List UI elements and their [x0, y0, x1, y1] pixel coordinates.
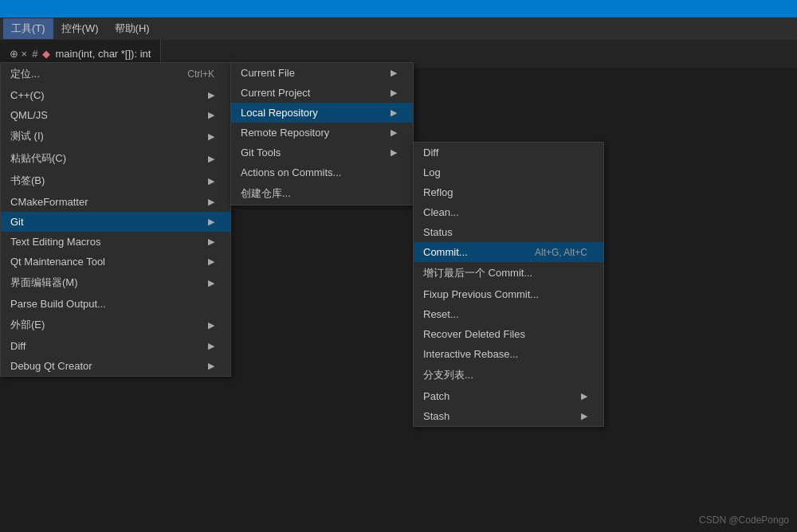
- menu-status-item[interactable]: Status: [414, 222, 603, 242]
- menu-parse-build[interactable]: Parse Build Output...: [1, 294, 230, 314]
- menu-ui-editor[interactable]: 界面编辑器(M) ▶: [1, 272, 230, 294]
- menu-git-tools[interactable]: Git Tools ▶: [231, 143, 413, 162]
- menu-controls[interactable]: 控件(W): [53, 18, 107, 39]
- menu-external[interactable]: 外部(E) ▶: [1, 314, 230, 336]
- menu-create-repo[interactable]: 创建仓库...: [231, 182, 413, 205]
- menu-amend-commit[interactable]: 增订最后一个 Commit...: [414, 262, 603, 284]
- menu-diff-item[interactable]: Diff: [414, 143, 603, 162]
- tab-icon: ◆: [42, 48, 50, 60]
- menu-local-repo-dropdown: Diff Log Reflog Clean... Status Commit..…: [413, 142, 604, 427]
- menu-actions-on-commits[interactable]: Actions on Commits...: [231, 162, 413, 182]
- menu-test[interactable]: 测试 (I) ▶: [1, 125, 230, 147]
- menu-qt-maintenance[interactable]: Qt Maintenance Tool ▶: [1, 252, 230, 272]
- top-bar: [0, 0, 797, 18]
- menu-tools-dropdown: 定位... Ctrl+K C++(C) ▶ QML/JS ▶ 测试 (I) ▶ …: [0, 62, 231, 377]
- menu-branch-list[interactable]: 分支列表...: [414, 364, 603, 386]
- menu-paste-code[interactable]: 粘贴代码(C) ▶: [1, 147, 230, 170]
- menu-interactive-rebase[interactable]: Interactive Rebase...: [414, 344, 603, 364]
- menu-commit-item[interactable]: Commit... Alt+G, Alt+C: [414, 242, 603, 262]
- menu-cmakeformatter[interactable]: CMakeFormatter ▶: [1, 192, 230, 212]
- menu-remote-repo[interactable]: Remote Repository ▶: [231, 123, 413, 143]
- menu-diff[interactable]: Diff ▶: [1, 336, 230, 356]
- menu-text-editing-macros[interactable]: Text Editing Macros ▶: [1, 232, 230, 252]
- menu-local-repo[interactable]: Local Repository ▶: [231, 103, 413, 123]
- menu-reflog-item[interactable]: Reflog: [414, 182, 603, 202]
- menu-git[interactable]: Git ▶: [1, 212, 230, 232]
- menu-current-project[interactable]: Current Project ▶: [231, 83, 413, 103]
- menu-log-item[interactable]: Log: [414, 162, 603, 182]
- menu-stash-item[interactable]: Stash ▶: [414, 406, 603, 426]
- menu-bookmarks[interactable]: 书签(B) ▶: [1, 170, 230, 192]
- tab-hash: #: [32, 48, 37, 60]
- menu-recover-deleted[interactable]: Recover Deleted Files: [414, 324, 603, 344]
- tab-title: main(int, char *[]): int: [55, 48, 151, 60]
- menu-cpp[interactable]: C++(C) ▶: [1, 85, 230, 105]
- menu-help[interactable]: 帮助(H): [107, 18, 158, 39]
- tab-divider: ⊕ ×: [10, 48, 27, 60]
- menu-debug-qt-creator[interactable]: Debug Qt Creator ▶: [1, 356, 230, 376]
- menu-tools[interactable]: 工具(T): [3, 18, 53, 39]
- menu-git-dropdown: Current File ▶ Current Project ▶ Local R…: [230, 62, 414, 205]
- menu-clean-item[interactable]: Clean...: [414, 202, 603, 222]
- watermark: CSDN @CodePongo: [699, 514, 789, 526]
- menu-patch-item[interactable]: Patch ▶: [414, 386, 603, 406]
- menu-fixup-commit[interactable]: Fixup Previous Commit...: [414, 284, 603, 304]
- menu-qmljs[interactable]: QML/JS ▶: [1, 105, 230, 125]
- menu-goto[interactable]: 定位... Ctrl+K: [1, 63, 230, 85]
- menu-reset-item[interactable]: Reset...: [414, 304, 603, 324]
- menu-bar: 工具(T) 控件(W) 帮助(H): [0, 18, 797, 40]
- menu-current-file[interactable]: Current File ▶: [231, 63, 413, 83]
